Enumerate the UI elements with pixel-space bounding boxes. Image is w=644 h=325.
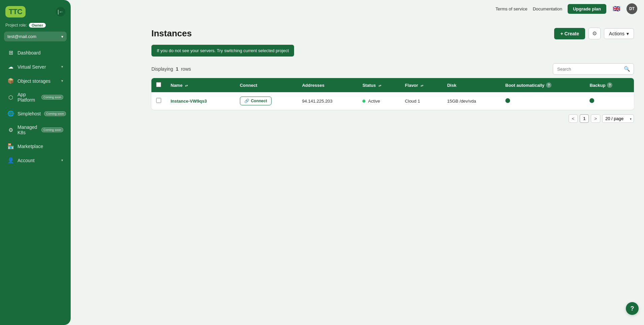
row-disk-cell: 15GB /dev/vda	[442, 92, 501, 110]
row-boot-auto-cell	[501, 92, 585, 110]
simplehost-icon: 🌐	[7, 110, 14, 117]
boot-auto-toggle[interactable]	[505, 98, 510, 103]
chevron-down-icon: ▾	[627, 31, 629, 36]
collapse-sidebar-button[interactable]: |←	[56, 7, 65, 16]
sidebar-item-managed-k8s[interactable]: ⚙ Managed K8s Coming soon	[2, 121, 69, 139]
settings-button[interactable]: ⚙	[588, 28, 601, 39]
per-page-wrapper: 20 / page 50 / page 100 / page	[602, 114, 634, 123]
th-backup: Backup ?	[585, 78, 634, 92]
row-name-cell: Instance-VW9qs3	[166, 92, 235, 110]
logo: TTC	[5, 6, 26, 17]
table-header: Name ▴▾ Connect Addresses Status ▴▾ Flav…	[151, 78, 634, 92]
search-button[interactable]: 🔍	[620, 64, 634, 74]
backup-help-icon[interactable]: ?	[607, 82, 612, 88]
object-storages-icon: 📦	[7, 78, 14, 84]
sidebar-nav: ⊞ Dashboard ☁ Virtual Server ▾ 📦 Object …	[0, 45, 71, 168]
prev-page-button[interactable]: <	[569, 114, 578, 123]
displaying-text: Displaying 1 rows	[151, 66, 191, 72]
displaying-count: 1	[176, 66, 178, 72]
sidebar-item-label: Account	[17, 158, 58, 163]
displaying-prefix: Displaying	[151, 66, 173, 72]
help-bubble-button[interactable]: ?	[626, 302, 639, 315]
app-platform-icon: ⬡	[7, 94, 14, 101]
sidebar-item-simplehost[interactable]: 🌐 Simplehost Coming soon	[2, 107, 69, 120]
page-header: Instances + Create ⚙ Actions ▾	[151, 28, 634, 39]
row-disk: 15GB /dev/vda	[447, 99, 476, 104]
next-page-button[interactable]: >	[591, 114, 600, 123]
header-actions: + Create ⚙ Actions ▾	[554, 28, 634, 39]
owner-badge: Owner	[29, 23, 46, 28]
th-connect-label: Connect	[240, 83, 257, 88]
th-connect: Connect	[235, 78, 297, 92]
th-boot-auto: Boot automatically ?	[501, 78, 585, 92]
th-status: Status ▴▾	[358, 78, 400, 92]
row-address-cell: 94.141.225.203	[297, 92, 358, 110]
account-icon: 👤	[7, 157, 14, 164]
sidebar-item-label: Simplehost	[17, 111, 41, 116]
th-name: Name ▴▾	[166, 78, 235, 92]
sort-arrows-status[interactable]: ▴▾	[379, 84, 381, 87]
sidebar-item-label: Virtual Server	[17, 64, 58, 70]
status-dot-active	[362, 100, 365, 103]
chevron-down-icon: ▾	[61, 79, 63, 83]
th-addresses-label: Addresses	[302, 83, 324, 88]
dashboard-icon: ⊞	[7, 49, 14, 56]
avatar[interactable]: DT	[627, 3, 637, 14]
th-backup-label: Backup	[589, 83, 605, 88]
displaying-suffix: rows	[181, 66, 191, 72]
sidebar-item-label: App Platform	[17, 92, 38, 103]
sidebar-item-label: Dashboard	[17, 50, 63, 56]
managed-k8s-icon: ⚙	[7, 127, 14, 133]
coming-soon-badge: Coming soon	[44, 111, 66, 116]
row-flavor-cell: Cloud 1	[400, 92, 442, 110]
chevron-down-icon: ▾	[61, 65, 63, 69]
row-flavor: Cloud 1	[405, 99, 420, 104]
sidebar-item-marketplace[interactable]: 🏪 Marketplace	[2, 139, 69, 153]
search-input[interactable]	[553, 64, 620, 74]
th-flavor-label: Flavor	[405, 83, 418, 88]
backup-toggle[interactable]	[589, 98, 594, 103]
th-name-label: Name	[171, 83, 182, 88]
documentation-link[interactable]: Documentation	[533, 6, 562, 11]
search-icon: 🔍	[624, 66, 630, 72]
th-addresses: Addresses	[297, 78, 358, 92]
select-all-checkbox[interactable]	[156, 82, 161, 87]
sort-arrows-flavor[interactable]: ▴▾	[421, 84, 423, 87]
sidebar-item-virtual-server[interactable]: ☁ Virtual Server ▾	[2, 60, 69, 74]
main-content: Instances + Create ⚙ Actions ▾ If you do…	[141, 17, 644, 325]
boot-auto-help-icon[interactable]: ?	[546, 82, 551, 88]
th-disk-label: Disk	[447, 83, 456, 88]
actions-button[interactable]: Actions ▾	[604, 28, 634, 39]
table-row: Instance-VW9qs3 🔗 Connect 94.141.225.203…	[151, 92, 634, 110]
email-select[interactable]: test@mail.com	[4, 32, 67, 41]
project-role-area: Project role: Owner	[0, 22, 71, 30]
connect-button[interactable]: 🔗 Connect	[240, 97, 272, 105]
terms-of-service-link[interactable]: Terms of service	[496, 6, 528, 11]
header-checkbox-cell	[151, 78, 166, 92]
logo-box: TTC	[5, 6, 26, 17]
sidebar-item-label: Managed K8s	[17, 124, 38, 135]
email-select-wrapper[interactable]: test@mail.com	[4, 32, 67, 41]
coming-soon-badge: Coming soon	[41, 95, 63, 100]
language-flag-icon[interactable]: 🇬🇧	[612, 5, 621, 12]
row-status-cell: Active	[358, 92, 400, 110]
sort-arrows-name[interactable]: ▴▾	[185, 84, 188, 87]
sidebar-item-account[interactable]: 👤 Account ▾	[2, 153, 69, 167]
chevron-down-icon: ▾	[61, 158, 63, 162]
per-page-select[interactable]: 20 / page 50 / page 100 / page	[602, 114, 634, 123]
topbar: Terms of service Documentation Upgrade p…	[71, 0, 644, 17]
marketplace-icon: 🏪	[7, 143, 14, 149]
coming-soon-badge: Coming soon	[41, 128, 63, 132]
connect-link-icon: 🔗	[244, 99, 249, 103]
instance-name-link[interactable]: Instance-VW9qs3	[171, 99, 207, 104]
project-role-label: Project role:	[5, 23, 27, 28]
th-flavor: Flavor ▴▾	[400, 78, 442, 92]
current-page-button[interactable]: 1	[580, 114, 589, 123]
sidebar-item-app-platform[interactable]: ⬡ App Platform Coming soon	[2, 88, 69, 106]
upgrade-plan-button[interactable]: Upgrade plan	[568, 4, 606, 14]
sidebar-item-dashboard[interactable]: ⊞ Dashboard	[2, 46, 69, 60]
row-checkbox[interactable]	[156, 98, 161, 103]
sidebar-item-object-storages[interactable]: 📦 Object storages ▾	[2, 74, 69, 88]
search-box: 🔍	[553, 63, 634, 75]
create-button[interactable]: + Create	[554, 28, 585, 39]
